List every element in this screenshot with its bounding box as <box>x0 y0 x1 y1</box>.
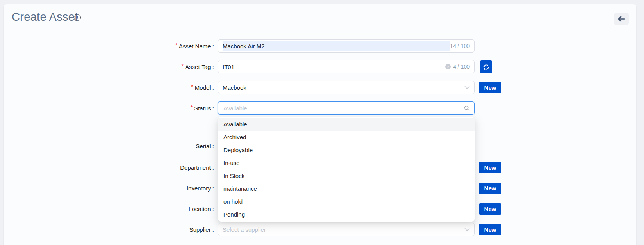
chevron-down-icon <box>464 86 470 89</box>
required-marker: * <box>191 104 193 110</box>
text-cursor <box>223 105 223 112</box>
location-label: Location : <box>102 202 214 215</box>
status-option[interactable]: on hold <box>218 195 475 208</box>
asset-tag-label: *Asset Tag : <box>102 60 214 73</box>
status-dropdown-menu: Available Archived Deployable In-use In … <box>218 117 475 222</box>
asset-tag-input[interactable]: IT01 ✕ 4 / 100 <box>218 60 475 73</box>
asset-tag-counter: 4 / 100 <box>453 64 470 70</box>
status-search-input[interactable]: Available <box>218 101 475 115</box>
asset-name-counter: 14 / 100 <box>450 43 470 49</box>
status-option[interactable]: In Stock <box>218 169 475 182</box>
required-marker: * <box>182 63 184 69</box>
department-label: Department : <box>102 161 214 174</box>
status-option[interactable]: Deployable <box>218 144 475 156</box>
status-option[interactable]: maintanance <box>218 182 475 195</box>
model-label: *Model : <box>102 81 214 94</box>
page-title: Create Asset <box>12 11 78 23</box>
serial-label: Serial : <box>102 139 214 153</box>
supplier-select[interactable]: Select a supplier <box>218 223 475 236</box>
model-value: Macbook <box>223 84 246 91</box>
asset-name-value: Macbook Air M2 <box>223 43 265 50</box>
back-button[interactable] <box>614 13 629 25</box>
new-department-button[interactable]: New <box>479 162 501 173</box>
required-marker: * <box>175 42 177 48</box>
new-location-button[interactable]: New <box>479 203 501 215</box>
create-asset-page: Create Asset ! *Asset Name : Macbook Air… <box>0 0 644 245</box>
status-option[interactable]: In-use <box>218 156 475 169</box>
arrow-left-icon <box>618 16 625 22</box>
asset-name-value-highlight: Macbook Air M2 <box>223 41 450 51</box>
close-circle-icon[interactable]: ✕ <box>445 64 451 69</box>
new-model-button[interactable]: New <box>479 82 501 93</box>
status-option[interactable]: Archived <box>218 131 475 144</box>
generate-tag-button[interactable] <box>480 60 492 73</box>
inventory-label: Inventory : <box>102 181 214 195</box>
new-inventory-button[interactable]: New <box>479 183 501 194</box>
info-icon: ! <box>74 14 81 21</box>
new-supplier-button[interactable]: New <box>479 224 501 235</box>
required-marker: * <box>191 83 193 90</box>
status-option[interactable]: Pending <box>218 208 475 221</box>
model-select[interactable]: Macbook <box>218 81 475 94</box>
supplier-label: Supplier : <box>102 223 214 236</box>
magnifier-icon <box>464 105 470 111</box>
status-label: *Status : <box>102 101 214 115</box>
chevron-down-icon <box>464 228 470 231</box>
asset-name-label: *Asset Name : <box>102 39 214 53</box>
status-placeholder: Available <box>223 105 247 112</box>
status-option[interactable]: Available <box>218 118 475 131</box>
supplier-placeholder: Select a supplier <box>223 226 266 233</box>
asset-name-input[interactable]: Macbook Air M2 14 / 100 <box>218 39 475 53</box>
asset-tag-value: IT01 <box>223 64 234 70</box>
sync-icon <box>483 64 489 70</box>
